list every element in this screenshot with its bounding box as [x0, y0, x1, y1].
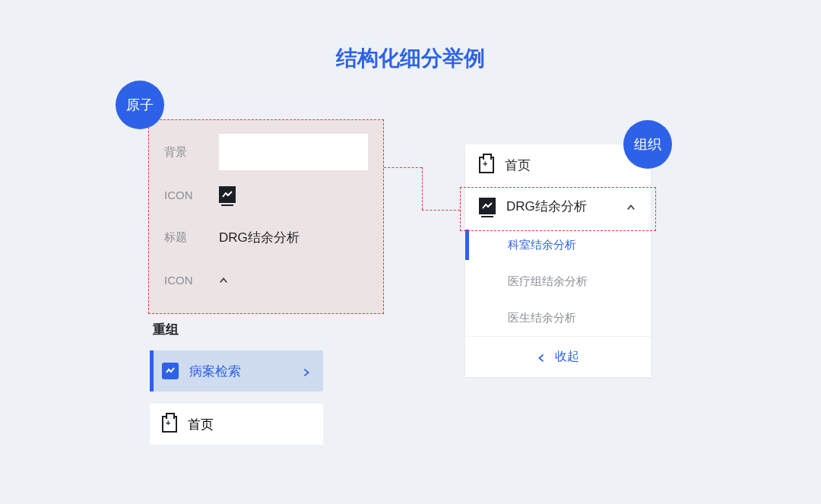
- org-item-label: 首页: [505, 157, 637, 174]
- org-sub-label: 医生结余分析: [508, 311, 576, 325]
- org-collapse-button[interactable]: 收起: [465, 336, 651, 377]
- org-sub-label: 科室结余分析: [508, 238, 576, 252]
- chevron-up-icon: [219, 274, 230, 285]
- atom-label-icon1: ICON: [164, 189, 202, 201]
- recompose-heading: 重组: [153, 321, 323, 338]
- org-item-drg[interactable]: DRG结余分析: [465, 185, 651, 227]
- chevron-up-icon: [626, 201, 637, 211]
- atom-panel: 背景 ICON 标题 DRG结余分析 ICON: [148, 119, 384, 314]
- chevron-right-icon: [302, 366, 312, 376]
- org-panel: + 首页 DRG结余分析 科室结余分析 医疗组结余分析 医生结余分析 收起: [465, 144, 651, 377]
- chevron-left-icon: [537, 352, 547, 363]
- chart-search-icon: [162, 363, 179, 379]
- connector-line: [422, 210, 460, 211]
- connector-line: [384, 167, 422, 168]
- atom-label-title: 标题: [164, 230, 202, 245]
- chart-monitor-icon: [219, 186, 236, 203]
- atom-title-value: DRG结余分析: [219, 229, 300, 246]
- nav-item-home[interactable]: + 首页: [150, 404, 323, 445]
- background-swatch: [219, 134, 368, 170]
- org-collapse-label: 收起: [555, 349, 579, 365]
- nav-item-label: 病案检索: [189, 363, 291, 380]
- clipboard-icon: +: [479, 157, 494, 173]
- recompose-section: 重组 病案检索 + 首页: [150, 321, 323, 445]
- org-item-home[interactable]: + 首页: [465, 144, 651, 185]
- clipboard-icon: +: [162, 416, 177, 433]
- org-subitem-doctor[interactable]: 医生结余分析: [465, 300, 651, 336]
- atom-label-icon2: ICON: [164, 274, 202, 287]
- page-title: 结构化细分举例: [0, 44, 821, 73]
- org-item-label: DRG结余分析: [506, 198, 616, 215]
- nav-item-label: 首页: [188, 416, 312, 433]
- org-sub-label: 医疗组结余分析: [508, 274, 588, 289]
- atom-label-background: 背景: [164, 145, 202, 160]
- badge-org: 组织: [623, 120, 672, 169]
- nav-item-case-search[interactable]: 病案检索: [150, 350, 323, 391]
- org-subitem-group[interactable]: 医疗组结余分析: [465, 263, 651, 300]
- org-subitem-dept[interactable]: 科室结余分析: [465, 227, 651, 263]
- chart-monitor-icon: [479, 198, 496, 214]
- connector-line: [422, 167, 423, 210]
- badge-atom: 原子: [116, 81, 164, 129]
